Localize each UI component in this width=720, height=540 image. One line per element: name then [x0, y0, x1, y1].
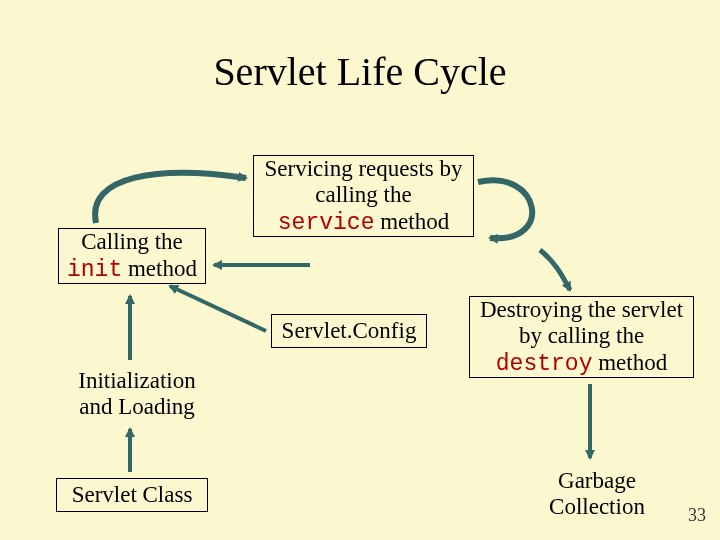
box-servlet-class: Servlet Class — [56, 478, 208, 512]
text-line: Calling the — [81, 229, 183, 255]
text-line: init method — [67, 256, 197, 283]
box-servlet-config: Servlet.Config — [271, 314, 427, 348]
text-line: by calling the — [519, 323, 644, 349]
code-init: init — [67, 257, 122, 283]
text-line: Garbage — [532, 468, 662, 494]
arrow-callinit-to-service — [95, 173, 246, 223]
text-line: Servlet Class — [72, 482, 193, 508]
text-line: Destroying the servlet — [480, 297, 683, 323]
text-line: calling the — [315, 182, 411, 208]
box-servicing-requests: Servicing requests by calling the servic… — [253, 155, 474, 237]
arrow-config-to-callinit — [170, 286, 266, 331]
text-line: Servicing requests by — [264, 156, 462, 182]
text-inline: method — [592, 350, 667, 375]
box-destroying: Destroying the servlet by calling the de… — [469, 296, 694, 378]
code-destroy: destroy — [496, 351, 593, 377]
page-number: 33 — [688, 505, 706, 526]
text-inline: method — [122, 256, 197, 281]
text-line: Servlet.Config — [282, 318, 417, 344]
text-inline: method — [374, 209, 449, 234]
text-line: Collection — [532, 494, 662, 520]
slide-title: Servlet Life Cycle — [0, 48, 720, 95]
text-line: destroy method — [496, 350, 667, 377]
text-line: Initialization — [62, 368, 212, 394]
box-calling-init: Calling the init method — [58, 228, 206, 284]
label-init-loading: Initialization and Loading — [62, 368, 212, 420]
arrow-service-selfloop — [478, 180, 532, 238]
text-line: service method — [278, 209, 449, 236]
code-service: service — [278, 210, 375, 236]
arrow-service-to-destroy — [540, 250, 570, 290]
text-line: and Loading — [62, 394, 212, 420]
label-garbage-collection: Garbage Collection — [532, 468, 662, 520]
